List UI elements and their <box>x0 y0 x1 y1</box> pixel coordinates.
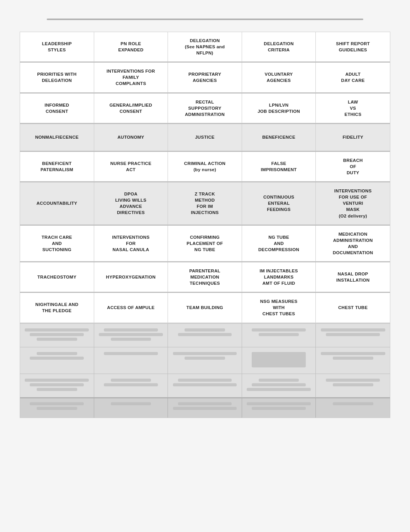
cell-3-0-1: AUTONOMY <box>94 124 168 151</box>
grid-section-7: TRACHEOSTOMYHYPEROXYGENATIONPARENTERALME… <box>20 262 390 293</box>
grid-section-8: NIGHTINGALE ANDTHE PLEDGEACCESS OF AMPUL… <box>20 293 390 323</box>
cell-8-0-0: NIGHTINGALE ANDTHE PLEDGE <box>20 293 94 323</box>
cell-4-0-1: NURSE PRACTICEACT <box>94 152 168 182</box>
cell-2-0-1: GENERAL/IMPLIEDCONSENT <box>94 93 168 123</box>
blurred-section <box>20 323 390 418</box>
cell-2-0-3: LPN/LVNJOB DESCRIPTION <box>242 93 316 123</box>
cell-8-0-3: NSG MEASURESWITHCHEST TUBES <box>242 293 316 323</box>
cell-1-0-0: PRIORITIES WITHDELEGATION <box>20 63 94 92</box>
grid-section-1: PRIORITIES WITHDELEGATIONINTERVENTIONS F… <box>20 63 390 93</box>
cell-7-0-0: TRACHEOSTOMY <box>20 262 94 292</box>
cell-5-0-3: CONTINUOUSENTERALFEEDINGS <box>242 182 316 224</box>
grid-section-4: BENEFICENTPATERNALISMNURSE PRACTICEACTCR… <box>20 152 390 182</box>
grid-section-6: TRACH CAREANDSUCTIONINGINTERVENTIONSFORN… <box>20 226 390 262</box>
cell-7-0-4: NASAL DROPINSTALLATION <box>316 262 390 292</box>
cell-0-0-0: LEADERSHIPSTYLES <box>20 32 94 62</box>
cell-3-0-0: NONMALFIECENCE <box>20 124 94 151</box>
cell-6-0-2: CONFIRMINGPLACEMENT OFNG TUBE <box>168 226 242 262</box>
cell-7-0-1: HYPEROXYGENATION <box>94 262 168 292</box>
grid-section-2: INFORMEDCONSENTGENERAL/IMPLIEDCONSENTREC… <box>20 93 390 124</box>
cell-8-0-2: TEAM BUILDING <box>168 293 242 323</box>
study-guide-grid: LEADERSHIPSTYLESPN ROLEEXPANDEDDELEGATIO… <box>20 32 390 323</box>
cell-3-0-4: FIDELITY <box>316 124 390 151</box>
cell-6-0-1: INTERVENTIONSFORNASAL CANULA <box>94 226 168 262</box>
cell-7-0-2: PARENTERALMEDICATIONTECHNIQUES <box>168 262 242 292</box>
cell-5-0-4: INTERVENTIONSFOR USE OFVENTURIMASK(O2 de… <box>316 182 390 224</box>
cell-4-0-4: BREACHOFDUTY <box>316 152 390 182</box>
cell-5-0-2: Z TRACKMETHODFOR IMINJECTIONS <box>168 182 242 224</box>
cell-3-0-2: JUSTICE <box>168 124 242 151</box>
cell-2-0-4: LAWVSETHICS <box>316 93 390 123</box>
cell-6-0-3: NG TUBEANDDECOMPRESSION <box>242 226 316 262</box>
cell-0-0-1: PN ROLEEXPANDED <box>94 32 168 62</box>
cell-0-0-3: DELEGATIONCRITERIA <box>242 32 316 62</box>
grid-section-5: ACCOUNTABILITYDPOALIVING WILLSADVANCEDIR… <box>20 182 390 225</box>
cell-3-0-3: BENEFICENCE <box>242 124 316 151</box>
cell-8-0-4: CHEST TUBE <box>316 293 390 323</box>
cell-1-0-3: VOLUNTARYAGENCIES <box>242 63 316 92</box>
cell-4-0-2: CRIMINAL ACTION(by nurse) <box>168 152 242 182</box>
cell-1-0-4: ADULTDAY CARE <box>316 63 390 92</box>
cell-0-0-2: DELEGATION(See NAPNES andNFLPN) <box>168 32 242 62</box>
cell-5-0-1: DPOALIVING WILLSADVANCEDIRECTIVES <box>94 182 168 224</box>
cell-0-0-4: SHIFT REPORTGUIDELINES <box>316 32 390 62</box>
title-underline <box>47 19 363 20</box>
cell-2-0-2: RECTALSUPPOSITORYADMINISTRATION <box>168 93 242 123</box>
cell-6-0-0: TRACH CAREANDSUCTIONING <box>20 226 94 262</box>
cell-4-0-3: FALSEIMPRISONMENT <box>242 152 316 182</box>
cell-1-0-1: INTERVENTIONS FORFAMILYCOMPLAINTS <box>94 63 168 92</box>
cell-8-0-1: ACCESS OF AMPULE <box>94 293 168 323</box>
grid-section-3: NONMALFIECENCEAUTONOMYJUSTICEBENEFICENCE… <box>20 124 390 152</box>
cell-1-0-2: PROPRIETARYAGENCIES <box>168 63 242 92</box>
cell-6-0-4: MEDICATIONADMINISTRATIONANDDOCUMENTATION <box>316 226 390 262</box>
grid-section-0: LEADERSHIPSTYLESPN ROLEEXPANDEDDELEGATIO… <box>20 32 390 63</box>
cell-5-0-0: ACCOUNTABILITY <box>20 182 94 224</box>
cell-4-0-0: BENEFICENTPATERNALISM <box>20 152 94 182</box>
cell-7-0-3: IM INJECTABLESLANDMARKSAMT OF FLUID <box>242 262 316 292</box>
cell-2-0-0: INFORMEDCONSENT <box>20 93 94 123</box>
